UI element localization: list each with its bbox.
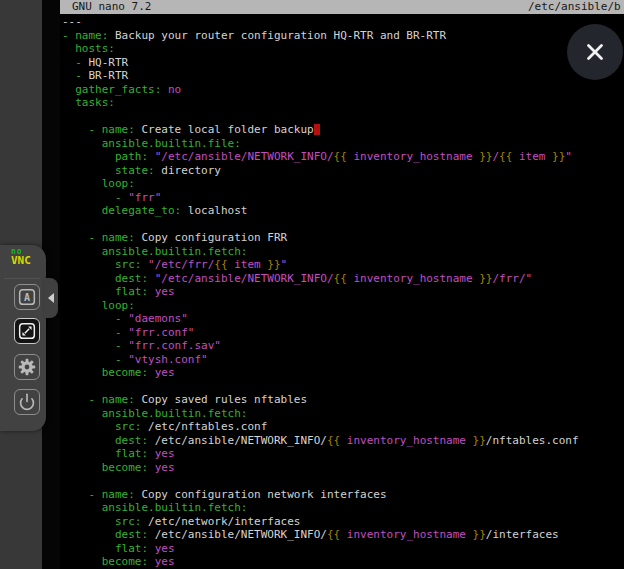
code-line: ansible.builtin.file: <box>62 137 624 151</box>
code-line: - "daemons" <box>62 312 624 326</box>
a-key-icon: A <box>16 286 38 308</box>
close-button[interactable] <box>567 24 623 80</box>
code-line: flat: yes <box>62 542 624 556</box>
code-line: flat: yes <box>62 447 624 461</box>
code-line: - "frr.conf" <box>62 326 624 340</box>
fullscreen-icon <box>16 320 38 342</box>
code-line: ansible.builtin.fetch: <box>62 407 624 421</box>
power-button[interactable] <box>14 389 40 415</box>
code-line: loop: <box>62 299 624 313</box>
code-line: src: /etc/nftables.conf <box>62 420 624 434</box>
text-cursor <box>314 124 321 135</box>
code-line <box>62 110 624 124</box>
code-line: src: "/etc/frr/{{ item }}" <box>62 258 624 272</box>
fullscreen-button[interactable] <box>14 318 40 344</box>
code-line: - name: Copy saved rules nftables <box>62 393 624 407</box>
code-line: dest: "/etc/ansible/NETWORK_INFO/{{ inve… <box>62 272 624 286</box>
code-line: - name: Copy configuration FRR <box>62 231 624 245</box>
settings-button[interactable] <box>14 354 40 380</box>
nano-version: GNU nano 7.2 <box>72 0 151 14</box>
code-line: path: "/etc/ansible/NETWORK_INFO/{{ inve… <box>62 150 624 164</box>
svg-text:A: A <box>24 292 30 303</box>
collapse-arrow-icon <box>48 293 54 303</box>
novnc-logo: no VNC <box>11 248 31 266</box>
vnc-control-bar: no VNC A <box>0 245 46 431</box>
code-line: dest: /etc/ansible/NETWORK_INFO/{{ inven… <box>62 434 624 448</box>
code-line: delegate_to: localhost <box>62 204 624 218</box>
code-line: - "vtysh.conf" <box>62 353 624 367</box>
nano-titlebar: GNU nano 7.2 /etc/ansible/b <box>60 0 624 14</box>
code-line: --- <box>62 15 624 29</box>
control-bar-divider <box>4 278 40 279</box>
code-line <box>62 380 624 394</box>
remote-screen: no VNC A <box>0 0 624 569</box>
gear-icon <box>16 356 38 378</box>
code-line: - BR-RTR <box>62 69 624 83</box>
novnc-logo-vnc: VNC <box>11 255 31 266</box>
code-line: dest: /etc/ansible/NETWORK_INFO/{{ inven… <box>62 528 624 542</box>
code-line: hosts: <box>62 42 624 56</box>
code-line: tasks: <box>62 96 624 110</box>
code-line: src: /etc/network/interfaces <box>62 515 624 529</box>
code-line <box>62 474 624 488</box>
nano-terminal[interactable]: GNU nano 7.2 /etc/ansible/b ---- name: B… <box>60 0 624 569</box>
code-line: become: yes <box>62 555 624 569</box>
code-line: ansible.builtin.fetch: <box>62 245 624 259</box>
keyboard-button[interactable]: A <box>14 284 40 310</box>
code-line: ansible.builtin.fetch: <box>62 501 624 515</box>
power-icon <box>16 391 38 413</box>
code-line: loop: <box>62 177 624 191</box>
code-line <box>62 218 624 232</box>
code-line: - name: Copy configuration network inter… <box>62 488 624 502</box>
nano-filename: /etc/ansible/b <box>528 0 621 14</box>
code-line: - name: Create local folder backup <box>62 123 624 137</box>
code-line: become: yes <box>62 461 624 475</box>
editor-lines[interactable]: ---- name: Backup your router configurat… <box>60 14 624 569</box>
code-line: - "frr" <box>62 191 624 205</box>
code-line: - name: Backup your router configuration… <box>62 29 624 43</box>
code-line: become: yes <box>62 366 624 380</box>
close-icon <box>567 24 623 80</box>
code-line: flat: yes <box>62 285 624 299</box>
code-line: gather_facts: no <box>62 83 624 97</box>
code-line: state: directory <box>62 164 624 178</box>
control-bar-handle[interactable] <box>44 278 58 318</box>
code-line: - "frr.conf.sav" <box>62 339 624 353</box>
code-line: - HQ-RTR <box>62 56 624 70</box>
